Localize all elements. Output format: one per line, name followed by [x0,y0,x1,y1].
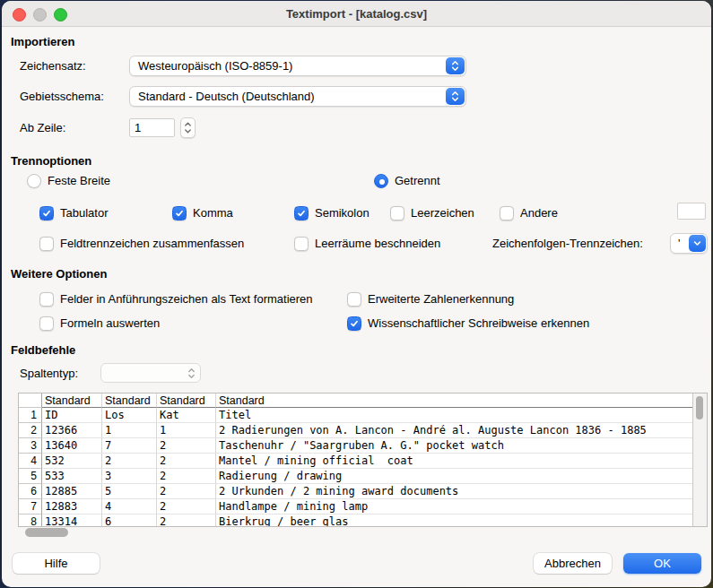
checkbox-label: Wissenschaftlicher Schreibweise erkennen [368,316,589,330]
column-type-label: Spaltentyp: [20,367,78,380]
from-row-input[interactable] [129,118,175,137]
table-row: 1IDLosKatTitel [19,408,692,423]
column-type-select [100,363,201,383]
checkbox-label: Leerzeichen [411,206,474,220]
textimport-dialog: Textimport - [katalog.csv] Importieren Z… [2,1,711,587]
other-separator-input[interactable] [677,203,706,220]
table-cell: 532 [42,454,102,469]
table-cell: 2 [157,469,216,484]
checkbox-tabulator[interactable]: Tabulator [39,205,108,220]
column-header[interactable]: Standard [42,393,102,408]
row-number: 7 [19,499,42,514]
preview-table: StandardStandardStandardStandard1IDLosKa… [18,393,708,527]
window-title: Textimport - [katalog.csv] [286,7,427,21]
table-cell: Handlampe / mining lamp [216,499,692,514]
table-cell: 1 [157,423,216,438]
table-row: 212366112 Radierungen von A. Lancon - An… [19,423,692,438]
charset-select[interactable]: Westeuropäisch (ISO-8859-1) [129,56,466,76]
titlebar[interactable]: Textimport - [katalog.csv] [2,1,711,27]
checkbox-trim-spaces[interactable]: Leerräume beschneiden [294,236,440,251]
vertical-scrollbar-thumb[interactable] [696,396,703,419]
checkbox-label: Semikolon [315,206,370,220]
string-delimiter-value: ' [678,237,680,250]
table-cell: 12885 [42,484,102,499]
checkbox-box [294,206,309,220]
cancel-button[interactable]: Abbrechen [534,553,612,574]
checkbox-evaluate-formulas[interactable]: Formeln auswerten [39,316,160,331]
column-header[interactable]: Standard [216,393,692,408]
checkbox-box [390,206,404,220]
chevron-down-icon [689,235,706,252]
radio-label: Feste Breite [48,174,110,187]
checkbox-scientific-notation[interactable]: Wissenschaftlicher Schreibweise erkennen [347,316,589,331]
column-header[interactable]: Standard [157,393,216,408]
radio-fixed-width[interactable]: Feste Breite [27,173,110,188]
row-number: 5 [19,469,42,484]
updown-chevrons-icon [446,57,465,74]
table-cell: Radierung / drawing [216,469,692,484]
table-row: 453222Mantel / mining official coat [19,454,692,469]
ok-button[interactable]: OK [623,553,701,574]
locale-value: Standard - Deutsch (Deutschland) [138,90,315,103]
checkbox-label: Feldtrennzeichen zusammenfassen [60,237,244,250]
table-cell: Kat [157,408,216,423]
table-row: 31364072Taschenuhr / "Saargruben A. G." … [19,438,692,454]
table-cell: 12883 [42,499,102,514]
section-fields-heading: Feldbefehle [11,343,75,357]
column-header[interactable] [19,393,42,408]
horizontal-scrollbar-thumb[interactable] [25,528,68,537]
updown-chevrons-icon [446,88,465,105]
close-button[interactable] [13,8,26,22]
table-cell: 2 [157,454,216,469]
row-number: 8 [19,514,42,526]
checkbox-label: Komma [193,206,233,220]
table-cell: Mantel / mining official coat [216,454,692,469]
help-button[interactable]: Hilfe [13,553,100,574]
checkbox-box [500,206,514,220]
table-cell: Taschenuhr / "Saargruben A. G." pocket w… [216,438,692,454]
from-row-stepper[interactable] [180,117,196,138]
zoom-button[interactable] [54,8,67,22]
checkbox-label: Tabulator [60,206,108,220]
table-cell: 3 [102,469,157,484]
table-cell: ID [42,408,102,423]
radio-separated[interactable]: Getrennt [374,173,440,188]
table-row: 612885522 Urkunden / 2 mining award docu… [19,484,692,499]
table-cell: 7 [102,438,157,454]
checkbox-leerzeichen[interactable]: Leerzeichen [390,205,474,220]
table-cell: 533 [42,469,102,484]
radio-dot [27,174,41,188]
checkbox-label: Andere [520,206,558,220]
table-cell: 13314 [42,514,102,526]
traffic-lights [13,8,67,22]
table-cell: 2 [157,438,216,454]
minimize-button [33,8,47,22]
checkbox-label: Formeln auswerten [60,316,160,330]
table-cell: 2 [157,499,216,514]
checkbox-box [39,316,54,331]
table-cell: Los [102,408,157,423]
checkbox-special-numbers[interactable]: Erweiterte Zahlenerkennung [347,291,514,307]
checkbox-label: Erweiterte Zahlenerkennung [368,292,514,306]
table-cell: 2 [157,514,216,526]
locale-select[interactable]: Standard - Deutsch (Deutschland) [129,86,466,107]
preview-table-grid: StandardStandardStandardStandard1IDLosKa… [19,393,692,526]
checkbox-box [39,206,54,220]
stepper-chevrons-icon [184,120,192,135]
checkbox-box [347,316,361,331]
vertical-scrollbar[interactable] [692,393,707,526]
column-header[interactable]: Standard [102,393,157,408]
checkbox-komma[interactable]: Komma [172,205,233,220]
table-row: 553332Radierung / drawing [19,469,692,484]
checkbox-andere[interactable]: Andere [500,205,558,220]
checkbox-box [347,292,361,307]
table-header-row: StandardStandardStandardStandard [19,393,692,408]
string-delimiter-combo[interactable]: ' [670,233,708,254]
table-cell: 13640 [42,438,102,454]
locale-label: Gebietsschema: [20,90,104,103]
checkbox-quoted-as-text[interactable]: Felder in Anführungszeichen als Text for… [39,291,313,307]
row-number: 1 [19,408,42,423]
checkbox-merge-delimiters[interactable]: Feldtrennzeichen zusammenfassen [39,236,244,251]
checkbox-label: Leerräume beschneiden [315,237,440,250]
checkbox-semikolon[interactable]: Semikolon [294,205,370,220]
